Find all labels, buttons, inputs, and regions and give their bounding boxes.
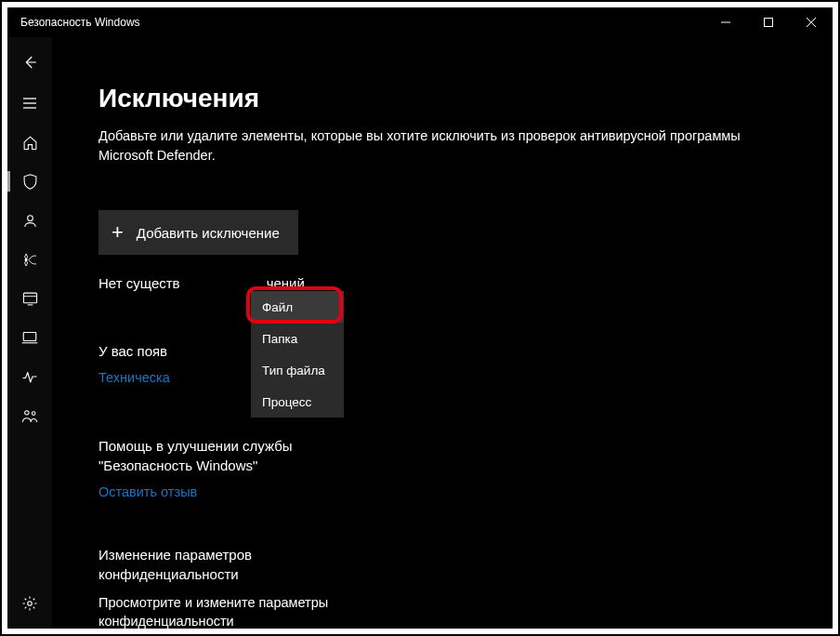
firewall-icon bbox=[21, 252, 39, 268]
device-icon bbox=[21, 331, 38, 345]
no-exclusions-text: Нет существующих исключений. bbox=[98, 275, 810, 291]
performance-icon bbox=[21, 369, 38, 384]
settings-icon bbox=[21, 595, 38, 612]
dropdown-item-filetype[interactable]: Тип файла bbox=[251, 354, 344, 386]
app-browser-icon bbox=[22, 291, 38, 307]
svg-rect-10 bbox=[23, 293, 36, 303]
minimize-button[interactable] bbox=[704, 7, 747, 37]
sidebar-item-performance[interactable] bbox=[7, 357, 52, 396]
dropdown-item-folder[interactable]: Папка bbox=[251, 323, 344, 354]
app-window: Безопасность Windows bbox=[7, 7, 833, 629]
add-exclusion-label: Добавить исключение bbox=[137, 225, 280, 241]
back-icon bbox=[21, 54, 38, 71]
shield-icon bbox=[22, 173, 38, 191]
minimize-icon bbox=[721, 18, 730, 27]
window-controls bbox=[704, 7, 833, 37]
sidebar-item-app-browser[interactable] bbox=[7, 279, 52, 318]
sidebar-item-family[interactable] bbox=[7, 396, 52, 435]
svg-rect-1 bbox=[765, 19, 773, 27]
maximize-button[interactable] bbox=[747, 7, 790, 37]
privacy-desc: Просмотрите и измените параметры конфиде… bbox=[98, 593, 377, 629]
privacy-section: Изменение параметров конфиденциальности … bbox=[98, 545, 377, 629]
svg-point-14 bbox=[24, 410, 28, 414]
add-exclusion-dropdown: Файл Папка Тип файла Процесс bbox=[251, 291, 344, 417]
sidebar bbox=[7, 37, 52, 629]
menu-button[interactable] bbox=[7, 84, 52, 123]
sidebar-item-settings[interactable] bbox=[7, 584, 52, 623]
svg-point-8 bbox=[27, 215, 33, 220]
window-body: Исключения Добавьте или удалите элементы… bbox=[7, 37, 833, 629]
feedback-section: Помощь в улучшении службы "Безопасность … bbox=[98, 436, 368, 500]
page-title: Исключения bbox=[98, 84, 810, 113]
add-exclusion-button[interactable]: + Добавить исключение bbox=[98, 210, 298, 255]
sidebar-item-virus[interactable] bbox=[7, 162, 52, 201]
back-button[interactable] bbox=[7, 41, 52, 84]
sidebar-item-firewall[interactable] bbox=[7, 240, 52, 279]
svg-point-15 bbox=[32, 411, 35, 415]
dropdown-item-file[interactable]: Файл bbox=[251, 291, 344, 323]
home-icon bbox=[22, 135, 38, 151]
page-description: Добавьте или удалите элементы, которые в… bbox=[98, 126, 786, 166]
family-icon bbox=[21, 408, 39, 424]
feedback-link[interactable]: Оставить отзыв bbox=[98, 484, 197, 499]
help-link[interactable]: Техническа bbox=[98, 370, 170, 385]
feedback-title: Помощь в улучшении службы "Безопасность … bbox=[98, 436, 368, 475]
sidebar-item-home[interactable] bbox=[7, 123, 52, 162]
sidebar-item-device[interactable] bbox=[7, 318, 52, 357]
sidebar-item-account[interactable] bbox=[7, 201, 52, 240]
privacy-title: Изменение параметров конфиденциальности bbox=[98, 545, 377, 584]
window-title: Безопасность Windows bbox=[20, 16, 140, 29]
svg-point-16 bbox=[28, 602, 33, 606]
svg-rect-13 bbox=[23, 332, 36, 340]
maximize-icon bbox=[764, 18, 773, 27]
titlebar: Безопасность Windows bbox=[7, 7, 833, 37]
content-area: Исключения Добавьте или удалите элементы… bbox=[52, 37, 833, 629]
account-icon bbox=[22, 213, 38, 229]
close-button[interactable] bbox=[790, 7, 833, 37]
dropdown-item-process[interactable]: Процесс bbox=[251, 386, 344, 417]
menu-icon bbox=[22, 96, 37, 111]
plus-icon: + bbox=[112, 222, 124, 243]
close-icon bbox=[807, 18, 816, 27]
